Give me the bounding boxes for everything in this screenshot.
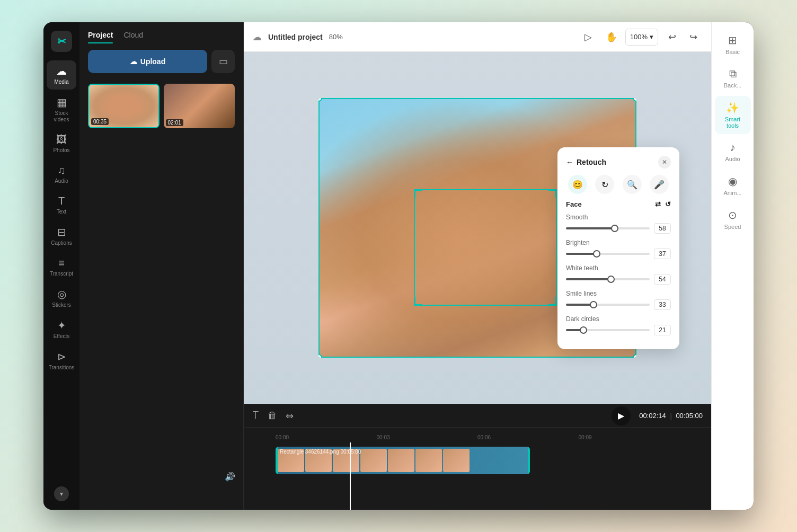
sidebar-item-effects[interactable]: ✦ Effects (47, 315, 76, 344)
slider-white-teeth-fill (566, 278, 611, 280)
slider-smooth-track[interactable] (566, 227, 650, 229)
media-icon: ☁ (56, 65, 67, 77)
retouch-reset-icon[interactable]: ↺ (665, 200, 671, 208)
redo-button[interactable]: ↪ (684, 28, 703, 47)
track-right-edge (528, 447, 530, 474)
undo-redo-controls: ↩ ↪ (662, 28, 703, 47)
sidebar-item-audio[interactable]: ♫ Audio (47, 160, 76, 189)
volume-icon[interactable]: 🔊 (225, 471, 235, 481)
slider-smile-lines: Smile lines 33 (566, 290, 671, 310)
track-thumb-6 (415, 449, 442, 472)
slider-brighten-value[interactable]: 37 (654, 249, 671, 259)
media-grid: 00:35 02:01 (79, 79, 243, 132)
retouch-tab-body[interactable]: ↻ (595, 175, 614, 194)
track-left-edge (276, 447, 278, 474)
device-button[interactable]: ▭ (211, 50, 235, 73)
thumb-duration-1: 00:35 (91, 118, 109, 125)
slider-smile-lines-control: 33 (566, 299, 671, 310)
slider-white-teeth-track[interactable] (566, 278, 650, 280)
retouch-tab-face[interactable]: 😊 (568, 175, 587, 194)
rp-item-smart-tools[interactable]: ✨ Smart tools (715, 96, 751, 134)
sidebar-item-media[interactable]: ☁ Media (47, 60, 76, 90)
retouch-back-button[interactable]: ← Retouch (566, 158, 606, 166)
photos-icon: 🖼 (56, 134, 67, 146)
sidebar-item-transitions[interactable]: ⊳ Transitions (47, 346, 76, 375)
slider-dark-circles-track[interactable] (566, 329, 650, 331)
video-track[interactable]: Rectangle 34626144.png 00:05:00 (276, 447, 530, 474)
zoom-chevron-icon: ▾ (650, 33, 653, 41)
retouch-tab-skin[interactable]: 🔍 (623, 175, 642, 194)
slider-white-teeth: White teeth 54 (566, 264, 671, 285)
rp-speed-label: Speed (724, 224, 741, 230)
rp-item-animation[interactable]: ◉ Anim... (715, 170, 751, 201)
retouch-close-button[interactable]: ✕ (658, 156, 671, 169)
stock-videos-icon: ▦ (57, 96, 67, 109)
upload-button[interactable]: ☁ Upload (88, 50, 207, 73)
slider-brighten-thumb[interactable] (593, 250, 600, 258)
rp-item-speed[interactable]: ⊙ Speed (715, 203, 751, 235)
timeline-area: ⟙ 🗑 ⇔ ▶ 00:02:14 | 00:05:00 00:00 00:03 … (244, 404, 711, 510)
retouch-section-title: Face ⇄ ↺ (566, 200, 671, 208)
top-bar: ☁ Untitled project 80% ▷ ✋ 100% ▾ ↩ ↪ (244, 22, 711, 52)
slider-dark-circles-control: 21 (566, 325, 671, 335)
retouch-tab-hair[interactable]: 🎤 (650, 175, 669, 194)
slider-smile-lines-value[interactable]: 33 (654, 299, 671, 310)
rp-item-audio[interactable]: ♪ Audio (715, 136, 751, 167)
slider-brighten-track[interactable] (566, 253, 650, 255)
sidebar-item-stickers[interactable]: ◎ Stickers (47, 283, 76, 313)
slider-white-teeth-control: 54 (566, 274, 671, 285)
playhead-line[interactable] (350, 442, 351, 510)
sidebar-item-effects-label: Effects (54, 333, 69, 340)
project-name[interactable]: Untitled project (268, 33, 323, 41)
split-tool-icon[interactable]: ⟙ (252, 410, 259, 421)
slider-smile-lines-label: Smile lines (566, 290, 671, 297)
sidebar-item-photos[interactable]: 🖼 Photos (47, 129, 76, 158)
slider-white-teeth-thumb[interactable] (607, 276, 615, 283)
logo-button[interactable]: ✂ (51, 31, 72, 52)
rp-item-background[interactable]: ⧉ Back... (715, 63, 751, 94)
slider-white-teeth-value[interactable]: 54 (654, 274, 671, 285)
sidebar-item-text-label: Text (57, 209, 66, 215)
sidebar-item-stock-videos[interactable]: ▦ Stockvideos (47, 92, 76, 127)
retouch-compare-icon[interactable]: ⇄ (655, 200, 661, 208)
sidebar-item-transcript[interactable]: ≡ Transcript (47, 253, 76, 281)
retouch-panel: ← Retouch ✕ 😊 ↻ 🔍 🎤 Face ⇄ (557, 147, 679, 349)
tab-cloud[interactable]: Cloud (123, 31, 143, 43)
retouch-header: ← Retouch ✕ (566, 156, 671, 169)
media-thumb-1[interactable]: 00:35 (88, 84, 160, 128)
transitions-icon: ⊳ (57, 350, 66, 363)
slider-dark-circles-value[interactable]: 21 (654, 325, 671, 335)
slider-smooth-thumb[interactable] (611, 225, 618, 232)
slider-dark-circles: Dark circles 21 (566, 315, 671, 335)
sidebar-item-text[interactable]: T Text (47, 191, 76, 219)
rp-smart-tools-label: Smart tools (719, 116, 747, 129)
slider-smooth-value[interactable]: 58 (654, 223, 671, 234)
sidebar-item-captions[interactable]: ⊟ Captions (47, 221, 76, 251)
slider-smile-lines-thumb[interactable] (590, 301, 597, 308)
sidebar-item-photos-label: Photos (53, 147, 69, 154)
delete-tool-icon[interactable]: 🗑 (268, 410, 277, 421)
logo-icon: ✂ (57, 35, 66, 48)
slider-smooth: Smooth 58 (566, 214, 671, 234)
slider-dark-circles-thumb[interactable] (580, 326, 587, 334)
undo-button[interactable]: ↩ (662, 28, 681, 47)
rp-background-label: Back... (724, 82, 742, 88)
basic-icon: ⊞ (728, 34, 737, 47)
tab-project[interactable]: Project (88, 31, 113, 43)
slider-smile-lines-track[interactable] (566, 304, 650, 306)
time-separator: | (670, 412, 674, 420)
retouch-section-icons: ⇄ ↺ (655, 200, 671, 208)
slider-smooth-control: 58 (566, 223, 671, 234)
rp-item-basic[interactable]: ⊞ Basic (715, 29, 751, 60)
mirror-tool-icon[interactable]: ⇔ (286, 410, 294, 422)
timeline-tracks: 🔊 Rectangle 34626144.png 00:05:00 (244, 442, 711, 510)
play-button[interactable]: ▶ (612, 406, 631, 425)
text-icon: T (58, 195, 65, 207)
select-tool-button[interactable]: ▷ (579, 28, 598, 47)
media-thumb-2[interactable]: 02:01 (164, 84, 235, 128)
pan-tool-button[interactable]: ✋ (602, 28, 621, 47)
captions-icon: ⊟ (57, 226, 66, 238)
zoom-control[interactable]: 100% ▾ (625, 29, 658, 46)
sidebar-expand-button[interactable]: ▾ (54, 486, 69, 501)
slider-brighten: Brighten 37 (566, 239, 671, 259)
